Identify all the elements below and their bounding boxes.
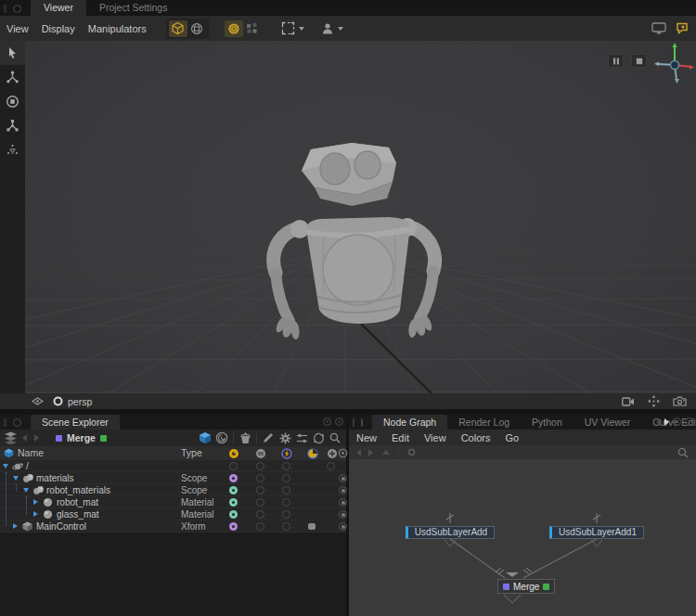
target-column-icon[interactable] bbox=[338, 448, 348, 458]
panel-gear-icon[interactable] bbox=[13, 5, 21, 13]
render-toggle[interactable] bbox=[256, 462, 264, 470]
add-tab-icon[interactable]: + bbox=[673, 417, 681, 426]
visibility-toggle[interactable] bbox=[229, 486, 238, 494]
render-toggle[interactable] bbox=[256, 498, 264, 507]
drag-handle-icon[interactable] bbox=[4, 418, 6, 427]
back-icon[interactable] bbox=[356, 449, 361, 456]
pencil-icon[interactable] bbox=[260, 430, 277, 445]
drag-handle-icon[interactable] bbox=[353, 418, 354, 427]
name-column-header[interactable]: Name bbox=[18, 447, 44, 458]
tree-row-MainControl[interactable]: MainControlXform bbox=[0, 520, 346, 533]
close-tab-icon[interactable]: × bbox=[335, 417, 343, 426]
forward-icon[interactable] bbox=[34, 434, 39, 442]
menu-view[interactable]: View bbox=[417, 432, 454, 443]
render-toggle[interactable] bbox=[256, 474, 264, 482]
add-tab-icon[interactable]: + bbox=[323, 417, 331, 426]
stop-button[interactable] bbox=[631, 54, 647, 68]
menu-new[interactable]: New bbox=[349, 432, 384, 443]
back-icon[interactable] bbox=[22, 434, 27, 442]
material-column-icon[interactable] bbox=[307, 448, 318, 459]
tiles-icon[interactable] bbox=[243, 20, 262, 37]
pan-icon[interactable] bbox=[648, 395, 660, 407]
activation-toggle[interactable] bbox=[282, 510, 290, 519]
display-icon[interactable] bbox=[651, 22, 666, 34]
collapse-arrow-icon[interactable] bbox=[33, 499, 38, 505]
shaded-cube-icon[interactable] bbox=[169, 20, 187, 37]
window-tab-project-settings[interactable]: Project Settings bbox=[86, 0, 181, 16]
tree-row-glass_mat[interactable]: glass_matMaterial bbox=[0, 508, 346, 520]
translate-tool[interactable] bbox=[0, 65, 25, 89]
pause-button[interactable] bbox=[608, 54, 624, 68]
visibility-toggle[interactable] bbox=[229, 474, 238, 482]
activation-column-icon[interactable] bbox=[281, 448, 292, 459]
layers-icon[interactable] bbox=[2, 430, 19, 445]
tab-uv-viewer[interactable]: UV Viewer bbox=[574, 415, 641, 430]
menu-manipulators[interactable]: Manipulators bbox=[82, 23, 153, 34]
override-icon[interactable] bbox=[308, 523, 316, 530]
notification-icon[interactable] bbox=[676, 22, 689, 34]
tab-scroll-left-icon[interactable] bbox=[656, 418, 661, 426]
target-toggle[interactable] bbox=[339, 474, 347, 482]
activation-toggle[interactable] bbox=[282, 486, 290, 494]
node-dot-icon[interactable] bbox=[407, 448, 416, 456]
viewport-3d[interactable] bbox=[25, 41, 696, 393]
target-toggle[interactable] bbox=[339, 486, 347, 494]
camera-ring-icon[interactable] bbox=[53, 396, 63, 406]
prim-cube-icon[interactable] bbox=[197, 430, 213, 445]
camera-label[interactable]: persp bbox=[68, 396, 92, 407]
visibility-column-icon[interactable] bbox=[228, 448, 239, 459]
node-usdsublayeradd1[interactable]: UsdSubLayerAdd1 bbox=[549, 526, 644, 539]
collapse-arrow-icon[interactable] bbox=[33, 511, 38, 517]
render-column-icon[interactable] bbox=[255, 448, 266, 459]
target-toggle[interactable] bbox=[339, 522, 347, 531]
render-toggle[interactable] bbox=[256, 522, 264, 531]
menu-view[interactable]: View bbox=[0, 23, 35, 34]
expand-arrow-icon[interactable] bbox=[3, 464, 8, 468]
add-toggle[interactable] bbox=[327, 462, 335, 470]
scale-tool[interactable] bbox=[0, 113, 25, 137]
render-toggle[interactable] bbox=[256, 510, 264, 519]
visibility-toggle[interactable] bbox=[229, 510, 238, 519]
up-icon[interactable] bbox=[382, 450, 390, 455]
tab-scene-explorer[interactable]: Scene Explorer bbox=[31, 415, 120, 430]
menu-edit[interactable]: Edit bbox=[384, 432, 417, 443]
select-tool[interactable] bbox=[0, 41, 25, 65]
visibility-toggle[interactable] bbox=[229, 522, 238, 531]
type-column-header[interactable]: Type bbox=[181, 447, 202, 458]
panel-gear-icon[interactable] bbox=[13, 418, 21, 427]
visibility-toggle[interactable] bbox=[229, 462, 238, 470]
tree-row-robot_materials[interactable]: robot_materialsScope bbox=[0, 484, 346, 496]
panel-gear-icon[interactable] bbox=[361, 418, 363, 427]
tab-python[interactable]: Python bbox=[521, 415, 574, 430]
activation-toggle[interactable] bbox=[282, 474, 290, 482]
gear-icon[interactable] bbox=[277, 430, 293, 445]
swirl-icon[interactable] bbox=[213, 430, 230, 445]
sync-icon[interactable] bbox=[310, 430, 327, 445]
visibility-toggle[interactable] bbox=[229, 498, 238, 507]
node-merge[interactable]: Merge bbox=[497, 579, 555, 594]
tree-row-robot_mat[interactable]: robot_matMaterial bbox=[0, 496, 346, 508]
window-tab-viewer[interactable]: Viewer bbox=[31, 0, 86, 16]
sliders-icon[interactable] bbox=[293, 430, 310, 445]
expand-arrow-icon[interactable] bbox=[13, 476, 19, 481]
search-icon[interactable] bbox=[327, 430, 343, 445]
tab-render-log[interactable]: Render Log bbox=[447, 415, 521, 430]
activation-toggle[interactable] bbox=[282, 462, 290, 470]
add-column-icon[interactable] bbox=[327, 448, 338, 459]
activation-toggle[interactable] bbox=[282, 498, 290, 507]
pivot-tool[interactable] bbox=[0, 137, 25, 161]
visibility-eye-icon[interactable] bbox=[32, 397, 44, 405]
globe-icon[interactable] bbox=[187, 20, 206, 37]
forward-icon[interactable] bbox=[368, 449, 373, 456]
capture-camera-icon[interactable] bbox=[673, 396, 687, 406]
film-frame-icon[interactable] bbox=[622, 397, 635, 406]
tab-node-graph[interactable]: Node Graph bbox=[372, 415, 447, 430]
render-toggle[interactable] bbox=[256, 486, 264, 494]
menu-go[interactable]: Go bbox=[497, 432, 526, 443]
menu-display[interactable]: Display bbox=[35, 23, 82, 34]
tree-row-root[interactable]: / bbox=[0, 460, 346, 472]
bucket-icon[interactable] bbox=[237, 430, 253, 445]
target-toggle[interactable] bbox=[339, 498, 347, 507]
activation-toggle[interactable] bbox=[282, 522, 290, 531]
expand-arrow-icon[interactable] bbox=[23, 488, 29, 493]
